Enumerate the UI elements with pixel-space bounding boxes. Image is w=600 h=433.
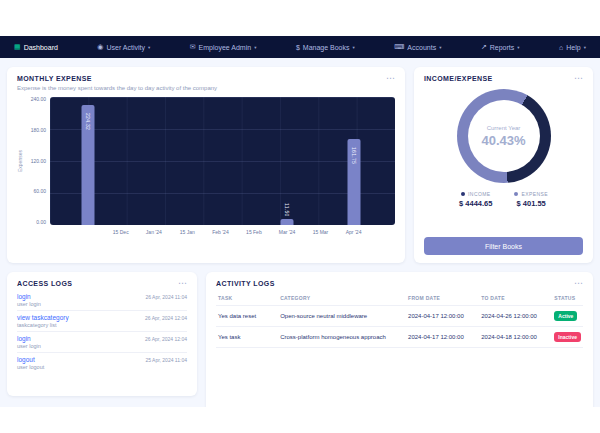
task-cell: Yes task	[216, 327, 278, 348]
donut-center-value: 40.43%	[481, 133, 525, 148]
column-header: CATEGORY	[278, 291, 406, 306]
legend-expense: EXPENSE $ 401.55	[514, 191, 547, 208]
activity-table: TASK CATEGORY FROM DATE TO DATE STATUS Y…	[216, 291, 583, 348]
x-axis-labels: 15 DecJan '2415 JanFeb '2415 FebMar '241…	[50, 229, 395, 239]
legend-label: EXPENSE	[521, 191, 547, 197]
nav-item-accounts[interactable]: ⌨ Accounts ▾	[394, 43, 441, 51]
log-date: 25 Apr, 2024 11:04	[145, 356, 187, 363]
access-log-list: login user login 26 Apr, 2024 11:04 view…	[17, 290, 187, 373]
list-item: logout user logout 25 Apr, 2024 11:04	[17, 353, 187, 373]
log-action-link[interactable]: login	[17, 293, 41, 300]
log-detail: taskcategory list	[17, 322, 69, 328]
bar	[281, 219, 294, 225]
x-tick-label: Mar '24	[279, 229, 296, 235]
x-tick-label: 15 Jan	[180, 229, 195, 235]
category-cell: Open-source neutral middleware	[278, 306, 406, 327]
card-title: INCOME/EXPENSE	[424, 75, 493, 82]
task-cell: Yes data reset	[216, 306, 278, 327]
activity-logs-card: ACTIVITY LOGS ⋯ TASK CATEGORY FROM DATE …	[206, 272, 593, 407]
nav-item-label: Dashboard	[24, 44, 58, 51]
chevron-down-icon: ▾	[148, 45, 150, 50]
nav-item-employee-admin[interactable]: ✉ Employee Admin ▾	[190, 43, 257, 51]
log-action-link[interactable]: logout	[17, 356, 44, 363]
x-tick-label: 15 Dec	[113, 229, 129, 235]
table-row: Yes data reset Open-source neutral middl…	[216, 306, 583, 327]
card-subtitle: Expense is the money spent towards the d…	[17, 85, 395, 91]
list-item: view taskcategory taskcategory list 26 A…	[17, 311, 187, 332]
status-badge: Inactive	[554, 332, 581, 342]
main-navbar: ▦ Dashboard ◉ User Activity ▾ ✉ Employee…	[0, 36, 600, 58]
nav-item-user-activity[interactable]: ◉ User Activity ▾	[97, 43, 150, 51]
log-date: 26 Apr, 2024 12:04	[145, 314, 187, 321]
nav-item-label: Manage Books	[303, 44, 350, 51]
expense-dot-icon	[514, 192, 518, 196]
y-axis-title: Expenses	[17, 97, 26, 225]
monthly-expense-chart: Expenses 240.00 180.00 120.00 60.00 0.00…	[17, 97, 395, 225]
dashboard-grid-icon: ▦	[14, 43, 21, 51]
log-date: 26 Apr, 2024 11:04	[145, 293, 187, 300]
log-action-link[interactable]: login	[17, 335, 41, 342]
chevron-down-icon: ▾	[353, 45, 355, 50]
x-tick-label: 15 Feb	[246, 229, 262, 235]
plot-area: 224.3211.50161.75	[50, 97, 395, 225]
chevron-down-icon: ▾	[584, 45, 586, 50]
nav-item-label: Reports	[490, 44, 515, 51]
table-row: Yes task Cross-platform homogeneous appr…	[216, 327, 583, 348]
card-title: ACCESS LOGS	[17, 280, 72, 287]
column-header: TASK	[216, 291, 278, 306]
y-axis-ticks: 240.00 180.00 120.00 60.00 0.00	[26, 97, 50, 225]
ellipsis-menu-icon[interactable]: ⋯	[386, 75, 395, 81]
chevron-down-icon: ▾	[439, 45, 441, 50]
top-whitespace	[0, 0, 600, 36]
bar-value-label: 224.32	[85, 113, 91, 130]
category-cell: Cross-platform homogeneous approach	[278, 327, 406, 348]
x-tick-label: Feb '24	[212, 229, 229, 235]
income-dot-icon	[461, 192, 465, 196]
filter-books-button[interactable]: Filter Books	[424, 237, 583, 255]
bar-value-label: 161.75	[351, 147, 357, 164]
ellipsis-menu-icon[interactable]: ⋯	[574, 75, 583, 81]
nav-item-label: Help	[566, 44, 580, 51]
log-detail: user logout	[17, 364, 44, 370]
x-tick-label: 15 Mar	[313, 229, 329, 235]
log-date: 26 Apr, 2024 12:04	[145, 335, 187, 342]
nav-item-dashboard[interactable]: ▦ Dashboard	[14, 43, 58, 51]
donut-center: Current Year 40.43%	[468, 100, 540, 172]
x-tick-label: Apr '24	[346, 229, 362, 235]
ellipsis-menu-icon[interactable]: ⋯	[574, 280, 583, 286]
y-tick: 240.00	[26, 97, 46, 102]
envelope-icon: ✉	[190, 43, 196, 51]
nav-item-reports[interactable]: ↗ Reports ▾	[481, 43, 520, 51]
legend-income: INCOME $ 4444.65	[459, 191, 492, 208]
from-date-cell: 2024-04-17 12:00:00	[406, 306, 479, 327]
column-header: TO DATE	[479, 291, 552, 306]
from-date-cell: 2024-04-17 12:00:00	[406, 327, 479, 348]
to-date-cell: 2024-04-18 12:00:00	[479, 327, 552, 348]
donut-legend: INCOME $ 4444.65 EXPENSE $ 401.55	[424, 191, 583, 208]
y-tick: 120.00	[26, 159, 46, 164]
donut-ring: Current Year 40.43%	[457, 89, 551, 183]
access-logs-card: ACCESS LOGS ⋯ login user login 26 Apr, 2…	[7, 272, 197, 396]
column-header: FROM DATE	[406, 291, 479, 306]
chevron-down-icon: ▾	[517, 45, 519, 50]
to-date-cell: 2024-04-26 12:00:00	[479, 306, 552, 327]
nav-item-help[interactable]: ⌂ Help ▾	[559, 44, 586, 51]
nav-item-manage-books[interactable]: $ Manage Books ▾	[296, 44, 355, 51]
laptop-icon: ⌨	[394, 43, 404, 51]
bottom-whitespace	[0, 407, 600, 433]
nav-item-label: Accounts	[407, 44, 436, 51]
log-action-link[interactable]: view taskcategory	[17, 314, 69, 321]
user-icon: ◉	[97, 43, 103, 51]
dollar-icon: $	[296, 44, 300, 51]
bar-value-label: 11.50	[284, 203, 290, 217]
card-title: ACTIVITY LOGS	[216, 280, 275, 287]
status-badge: Active	[554, 311, 577, 321]
monthly-expense-card: MONTHLY EXPENSE ⋯ Expense is the money s…	[7, 67, 405, 263]
chevron-down-icon: ▾	[254, 45, 256, 50]
list-item: login user login 26 Apr, 2024 12:04	[17, 332, 187, 353]
y-tick: 180.00	[26, 128, 46, 133]
building-icon: ⌂	[559, 44, 563, 51]
list-item: login user login 26 Apr, 2024 11:04	[17, 290, 187, 311]
ellipsis-menu-icon[interactable]: ⋯	[178, 280, 187, 286]
income-expense-card: INCOME/EXPENSE ⋯ Current Year 40.43% INC…	[414, 67, 593, 263]
